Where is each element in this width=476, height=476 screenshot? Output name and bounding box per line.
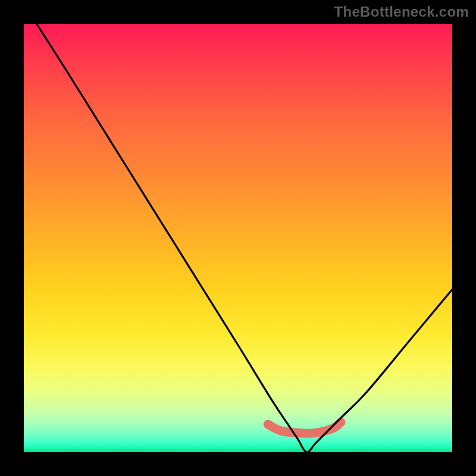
bottleneck-curve [37, 24, 452, 452]
chart-frame: TheBottleneck.com [0, 0, 476, 476]
watermark-text: TheBottleneck.com [334, 4, 469, 20]
chart-svg [24, 24, 452, 452]
plot-area [24, 24, 452, 452]
